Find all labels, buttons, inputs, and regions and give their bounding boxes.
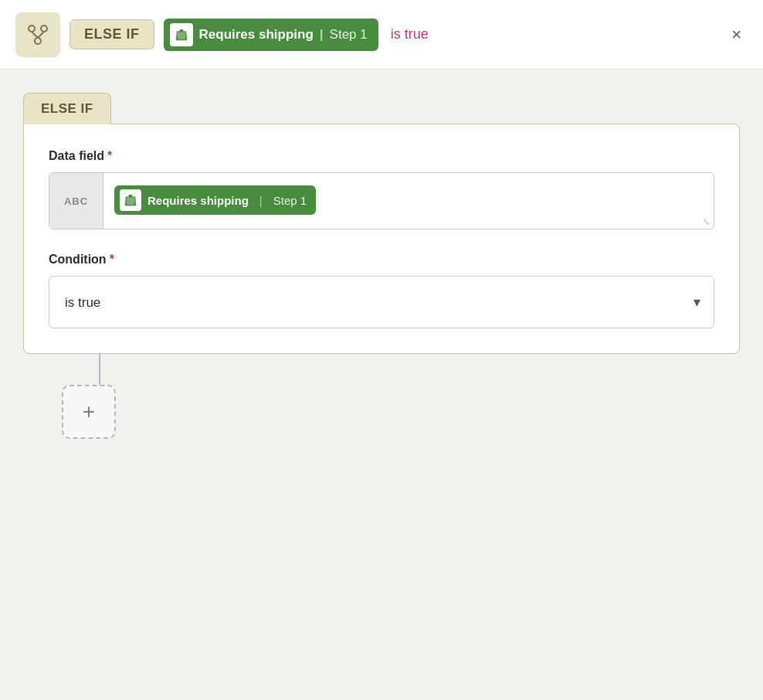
data-field-label-text: Data field: [49, 149, 104, 163]
resize-handle[interactable]: ⤡: [703, 218, 712, 227]
svg-point-0: [29, 25, 35, 32]
condition-text-top: is true: [391, 26, 429, 42]
abc-label: ABC: [49, 173, 103, 229]
shopify-icon-top: [170, 23, 193, 46]
data-field-label: Data field *: [49, 149, 714, 163]
branch-icon: [25, 22, 50, 47]
main-content: ELSE IF Data field * ABC: [0, 70, 763, 470]
svg-point-1: [41, 25, 47, 32]
data-field-chip[interactable]: Requires shipping | Step 1: [114, 185, 316, 215]
chip-field-name-top: Requires shipping | Step 1: [199, 27, 368, 42]
else-if-section: ELSE IF Data field * ABC: [23, 93, 740, 354]
svg-line-4: [38, 32, 44, 38]
top-bar: ELSE IF Requires shipping | Step 1 is tr…: [0, 0, 763, 70]
chip-step: Step 1: [273, 194, 307, 207]
chip-field-name: Requires shipping: [148, 194, 249, 207]
condition-label: Condition *: [49, 253, 714, 267]
else-if-tab[interactable]: ELSE IF: [23, 93, 111, 124]
branch-icon-button[interactable]: [15, 12, 60, 57]
condition-label-text: Condition: [49, 253, 107, 267]
close-button[interactable]: ×: [725, 23, 748, 46]
connector-line: [99, 354, 100, 385]
svg-line-3: [32, 32, 38, 38]
condition-select-wrapper: is true is false ▾: [49, 276, 714, 328]
chip-divider-top: |: [320, 27, 324, 42]
card-body: Data field * ABC: [24, 124, 739, 353]
shopify-icon-md: [120, 189, 141, 211]
data-field-input-area[interactable]: ABC Requires shipping: [49, 172, 714, 229]
else-if-badge-top[interactable]: ELSE IF: [70, 19, 154, 49]
data-field-required: *: [107, 149, 112, 163]
data-field-section: Data field * ABC: [49, 149, 714, 229]
chip-divider: |: [259, 194, 263, 207]
field-content-area: Requires shipping | Step 1: [103, 173, 714, 229]
condition-select[interactable]: is true is false: [49, 276, 714, 328]
condition-section: Condition * is true is false ▾: [49, 253, 714, 328]
chip-step-top: Step 1: [330, 27, 368, 42]
svg-point-2: [35, 38, 41, 44]
data-field-chip-top[interactable]: Requires shipping | Step 1: [164, 19, 378, 51]
else-if-card: Data field * ABC: [23, 124, 740, 354]
condition-required: *: [110, 253, 114, 267]
chip-field-label-top: Requires shipping: [199, 27, 314, 42]
add-step-button[interactable]: +: [62, 385, 116, 439]
connector-area: +: [23, 354, 740, 439]
